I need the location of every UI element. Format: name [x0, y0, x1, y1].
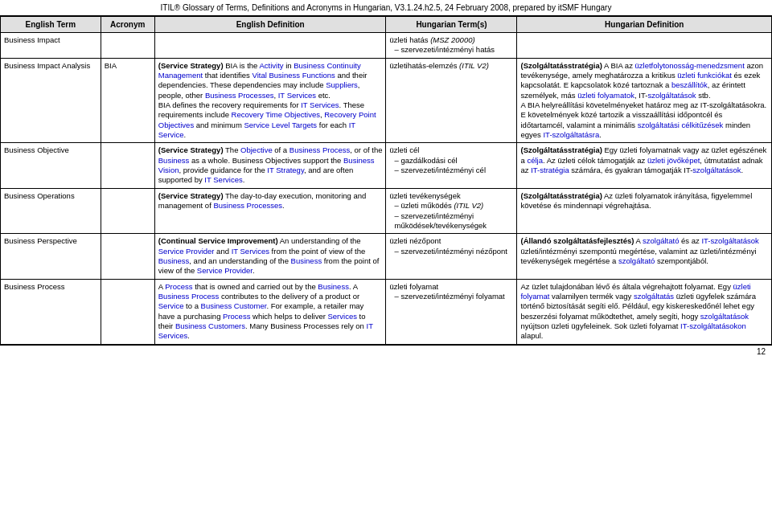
- table-header-row: English Term Acronym English Definition …: [1, 17, 772, 33]
- table-row: Business Operations (Service Strategy) T…: [1, 188, 772, 233]
- acronym-cell: BIA: [101, 58, 154, 143]
- eng-def-cell: (Continual Service Improvement) An under…: [154, 234, 386, 279]
- eng-def-cell: [154, 33, 386, 59]
- term-cell: Business Impact: [1, 33, 101, 59]
- term-cell: Business Operations: [1, 188, 101, 233]
- term-cell: Business Perspective: [1, 234, 101, 279]
- acronym-cell: [101, 279, 154, 344]
- term-cell: Business Objective: [1, 143, 101, 188]
- col-header-hun-term: Hungarian Term(s): [386, 17, 517, 33]
- hun-term-cell: üzleti nézőpont szervezeti/intézményi né…: [386, 234, 517, 279]
- eng-def-cell: (Service Strategy) The day-to-day execut…: [154, 188, 386, 233]
- col-header-hun-def: Hungarian Definition: [517, 17, 772, 33]
- hun-def-cell: Az üzlet tulajdonában lévő és általa vég…: [517, 279, 772, 344]
- table-row: Business Impact üzleti hatás (MSZ 20000)…: [1, 33, 772, 59]
- acronym-cell: [101, 234, 154, 279]
- acronym-cell: [101, 188, 154, 233]
- hun-def-cell: [517, 33, 772, 59]
- hun-term-cell: üzletihatás-elemzés (ITIL V2): [386, 58, 517, 143]
- term-cell: Business Process: [1, 279, 101, 344]
- table-row: Business Impact Analysis BIA (Service St…: [1, 58, 772, 143]
- page-header: ITIL® Glossary of Terms, Definitions and…: [0, 0, 772, 16]
- page-footer: 12: [0, 345, 772, 358]
- eng-def-cell: A Process that is owned and carried out …: [154, 279, 386, 344]
- table-row: Business Objective (Service Strategy) Th…: [1, 143, 772, 188]
- hun-term-cell: üzleti cél gazdálkodási cél szervezeti/i…: [386, 143, 517, 188]
- table-row: Business Process A Process that is owned…: [1, 279, 772, 344]
- col-header-acronym: Acronym: [101, 17, 154, 33]
- acronym-cell: [101, 143, 154, 188]
- hun-def-cell: (Szolgáltatásstratégia) Az üzleti folyam…: [517, 188, 772, 233]
- eng-def-cell: (Service Strategy) The Objective of a Bu…: [154, 143, 386, 188]
- hun-term-cell: üzleti tevékenységek üzleti működés (ITI…: [386, 188, 517, 233]
- hun-def-cell: (Szolgáltatásstratégia) A BIA az üzletfo…: [517, 58, 772, 143]
- page-number: 12: [757, 347, 766, 356]
- acronym-cell: [101, 33, 154, 59]
- col-header-term: English Term: [1, 17, 101, 33]
- col-header-eng-def: English Definition: [154, 17, 386, 33]
- hun-def-cell: (Állandó szolgáltatásfejlesztés) A szolg…: [517, 234, 772, 279]
- table-row: Business Perspective (Continual Service …: [1, 234, 772, 279]
- term-cell: Business Impact Analysis: [1, 58, 101, 143]
- hun-def-cell: (Szolgáltatásstratégia) Egy üzleti folya…: [517, 143, 772, 188]
- hun-term-cell: üzleti folyamat szervezeti/intézményi fo…: [386, 279, 517, 344]
- eng-def-cell: (Service Strategy) BIA is the Activity i…: [154, 58, 386, 143]
- hun-term-cell: üzleti hatás (MSZ 20000) szervezeti/inté…: [386, 33, 517, 59]
